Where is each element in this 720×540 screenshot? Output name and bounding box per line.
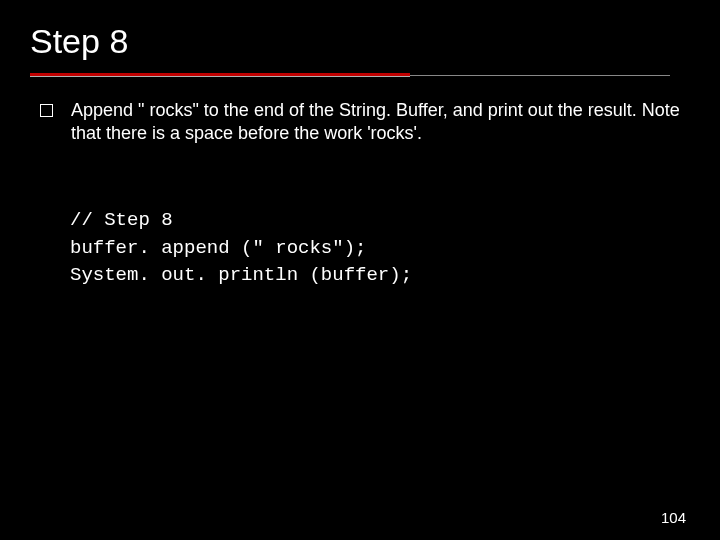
slide: Step 8 Append " rocks" to the end of the…: [0, 0, 720, 540]
code-line: System. out. println (buffer);: [70, 264, 412, 286]
title-underline: [30, 73, 410, 77]
code-block: // Step 8 buffer. append (" rocks"); Sys…: [70, 207, 680, 290]
code-line: buffer. append (" rocks");: [70, 237, 366, 259]
square-bullet-icon: [40, 104, 53, 117]
title-area: Step 8: [0, 0, 720, 77]
bullet-item: Append " rocks" to the end of the String…: [40, 99, 680, 145]
code-line: // Step 8: [70, 209, 173, 231]
page-number: 104: [661, 509, 686, 526]
slide-title: Step 8: [30, 22, 690, 67]
bullet-text: Append " rocks" to the end of the String…: [71, 99, 680, 145]
slide-body: Append " rocks" to the end of the String…: [0, 77, 720, 290]
